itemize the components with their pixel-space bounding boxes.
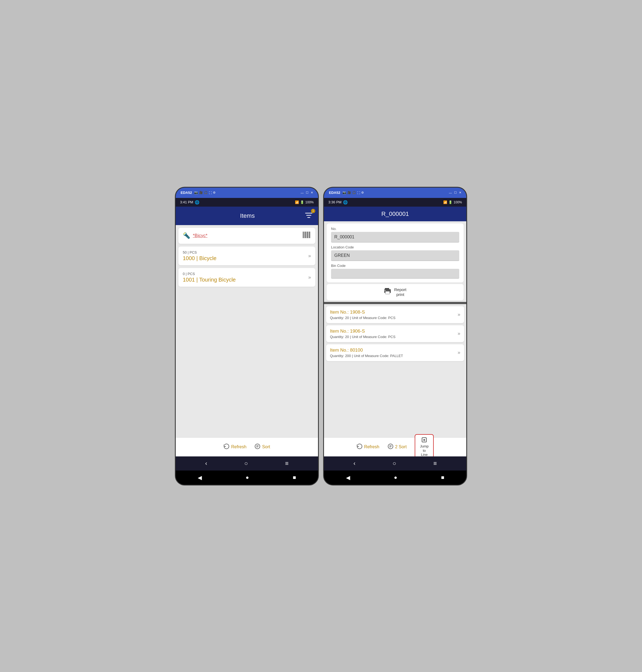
- report-print-button[interactable]: Report print: [327, 284, 464, 300]
- search-text[interactable]: *Bicyc*: [193, 233, 207, 238]
- chevron-icon-1: »: [308, 274, 311, 280]
- square-icon-left: ☐: [306, 191, 308, 194]
- refresh-button-right[interactable]: Refresh: [357, 443, 380, 451]
- home-btn-left[interactable]: ●: [245, 474, 249, 481]
- svg-rect-13: [385, 291, 390, 294]
- nav-bar-right: ‹ ○ ≡: [324, 456, 466, 470]
- svg-rect-6: [309, 232, 310, 238]
- svg-rect-5: [308, 232, 309, 238]
- device-name-left: EDA52: [181, 191, 192, 195]
- menu-btn-right[interactable]: ■: [441, 474, 444, 481]
- jump-to-line-button[interactable]: JumptoLine: [415, 434, 434, 460]
- page-title-left: Items: [191, 212, 304, 219]
- search-bar: 🔦 *Bicyc*: [178, 228, 315, 244]
- line-card-0[interactable]: Item No.: 1908-S Quantity: 20 | Unit of …: [326, 306, 464, 323]
- close-icon-right[interactable]: ✕: [459, 191, 461, 194]
- no-value[interactable]: R_000001: [331, 232, 459, 243]
- home-btn-right[interactable]: ●: [394, 474, 397, 481]
- form-area: No. R_000001 Location Code GREEN Bin Cod…: [324, 221, 466, 282]
- battery-icon-left: 🔋: [300, 201, 304, 204]
- minus-icon-right: —: [449, 191, 452, 194]
- no-label: No.: [331, 227, 459, 231]
- item-name-0: 1000 | Bicycle: [183, 255, 216, 261]
- back-btn-left[interactable]: ◀: [198, 474, 202, 481]
- report-text-2: print: [396, 292, 404, 297]
- video-icon-left: 🎥: [199, 191, 203, 194]
- right-phone: EDA52 📷 🎥 🎧 ⛶ ⚙ — ☐ ✕ 3:36 PM 🌐 📶 🔋 100%: [323, 187, 467, 486]
- nav-home-left[interactable]: ○: [244, 460, 248, 467]
- battery-pct-right: 100%: [453, 201, 462, 204]
- svg-rect-1: [304, 232, 305, 238]
- wifi-icon-left: 📶: [295, 201, 299, 204]
- menu-btn-left[interactable]: ■: [293, 474, 296, 481]
- minus-icon-left: —: [300, 191, 304, 194]
- video-icon-right: 🎥: [347, 191, 351, 194]
- svg-rect-4: [307, 232, 308, 238]
- report-area: Report print: [324, 282, 466, 302]
- nav-bar-left: ‹ ○ ≡: [176, 456, 318, 470]
- device-name-right: EDA52: [329, 191, 340, 195]
- svg-rect-11: [385, 288, 389, 289]
- back-btn-right[interactable]: ◀: [346, 474, 350, 481]
- nav-menu-right[interactable]: ≡: [434, 460, 437, 467]
- filter-button[interactable]: 1: [304, 210, 314, 221]
- line-chevron-2: »: [458, 350, 460, 356]
- filter-badge: 1: [311, 209, 315, 213]
- line-item-no-1: Item No.: 1906-S: [330, 328, 395, 334]
- page-title-right: R_000001: [339, 210, 451, 218]
- refresh-label-right: Refresh: [364, 444, 380, 449]
- sort-icon-left: [255, 443, 260, 451]
- camera-icon-right: 📷: [343, 191, 346, 194]
- bottom-toolbar-left: Refresh Sort: [176, 437, 318, 456]
- nav-back-right[interactable]: ‹: [353, 460, 355, 467]
- report-text-1: Report: [394, 287, 406, 292]
- wifi-icon-right: 📶: [443, 201, 447, 204]
- barcode-icon[interactable]: [302, 231, 311, 241]
- line-qty-2: Quantity: 200 | Unit of Measure Code: PA…: [330, 354, 403, 358]
- location-value[interactable]: GREEN: [331, 250, 459, 261]
- headphone-icon-left: 🎧: [204, 191, 208, 194]
- bin-label: Bin Code: [331, 264, 459, 268]
- bottom-toolbar-right: Refresh 2 Sort JumptoLine: [324, 437, 466, 456]
- line-card-1[interactable]: Item No.: 1906-S Quantity: 20 | Unit of …: [326, 325, 464, 342]
- gear-icon-right: ⚙: [361, 191, 364, 194]
- svg-rect-2: [305, 232, 306, 238]
- sort-label-left: Sort: [262, 444, 270, 449]
- chevron-icon-0: »: [308, 253, 311, 259]
- line-card-2[interactable]: Item No.: 80100 Quantity: 200 | Unit of …: [326, 344, 464, 361]
- refresh-icon-right: [357, 443, 362, 451]
- close-icon-left[interactable]: ✕: [311, 191, 313, 194]
- time-bar-left: 3:41 PM 🌐 📶 🔋 100%: [176, 198, 318, 207]
- app-header-left: Items 1: [176, 207, 318, 225]
- expand-icon-left: ⛶: [209, 191, 212, 194]
- item-card-1[interactable]: 0 | PCS 1001 | Touring Bicycle »: [178, 268, 315, 287]
- sort-button-right[interactable]: 2 Sort: [387, 443, 407, 451]
- jump-label: JumptoLine: [420, 444, 428, 457]
- battery-icon-right: 🔋: [448, 201, 452, 204]
- items-content: 🔦 *Bicyc* 50 | PCS 1000 | Bicycle: [176, 225, 318, 437]
- time-left: 3:41 PM: [180, 200, 193, 204]
- square-icon-right: ☐: [454, 191, 457, 194]
- time-right: 3:36 PM: [328, 200, 342, 204]
- time-icon-left: 🌐: [195, 200, 199, 205]
- svg-point-14: [385, 290, 386, 291]
- nav-home-right[interactable]: ○: [393, 460, 396, 467]
- left-phone: EDA52 📷 🎥 🎧 ⛶ ⚙ — ☐ ✕ 3:41 PM 🌐 📶 🔋 100%: [175, 187, 319, 486]
- android-nav-left: ◀ ● ■: [176, 470, 318, 484]
- line-item-no-2: Item No.: 80100: [330, 348, 403, 353]
- item-card-0[interactable]: 50 | PCS 1000 | Bicycle »: [178, 247, 315, 265]
- sort-button-left[interactable]: Sort: [255, 443, 270, 451]
- nav-back-left[interactable]: ‹: [205, 460, 207, 467]
- svg-rect-0: [303, 232, 304, 238]
- headphone-icon-right: 🎧: [352, 191, 356, 194]
- refresh-icon-left: [223, 443, 230, 451]
- report-label: Report print: [394, 287, 406, 297]
- item-qty-1: 0 | PCS: [183, 272, 236, 276]
- time-icon-right: 🌐: [343, 200, 348, 205]
- bin-value[interactable]: [331, 269, 459, 279]
- location-label: Location Code: [331, 245, 459, 249]
- battery-pct-left: 100%: [305, 201, 314, 204]
- refresh-button-left[interactable]: Refresh: [223, 443, 246, 451]
- line-chevron-1: »: [458, 331, 460, 336]
- nav-menu-left[interactable]: ≡: [285, 460, 289, 467]
